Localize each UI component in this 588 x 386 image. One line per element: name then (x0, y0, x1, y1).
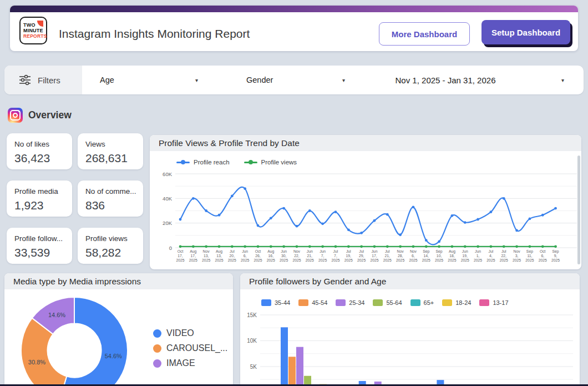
svg-text:Aug17,2025: Aug17,2025 (189, 249, 197, 262)
logo-line1: TWO (23, 22, 36, 28)
filters-sliders-icon (19, 74, 31, 86)
kpi-value: 58,282 (85, 246, 143, 259)
svg-text:Jul7,2025: Jul7,2025 (331, 249, 339, 262)
svg-text:Nov28,2025: Nov28,2025 (396, 249, 404, 262)
svg-text:Nov22,2025: Nov22,2025 (292, 249, 301, 262)
date-range-caret-icon[interactable]: ▾ (561, 66, 564, 94)
line-chart-card: Profile Views & Profile Trend by Date Pr… (150, 135, 581, 269)
svg-text:Jul19,2025: Jul19,2025 (344, 249, 353, 262)
bar-chart-body: 35-4445-5425-3455-6465+18-2413-17 5K10K1… (240, 289, 580, 386)
legend-label: 65+ (424, 299, 434, 306)
legend-marker (261, 299, 271, 306)
svg-text:Jun30,2025: Jun30,2025 (280, 249, 288, 262)
legend-item: 18-24 (442, 299, 471, 306)
kpi-card: Profile views58,282 (78, 228, 143, 264)
header-gradient-bar (10, 6, 578, 12)
donut-slice-label: 54.6% (105, 353, 122, 359)
dashboard-page: TWO MINUTE REPORTS Instagram Insights Mo… (0, 0, 588, 386)
svg-text:Nov3,2025: Nov3,2025 (513, 249, 521, 262)
legend-marker (479, 299, 489, 306)
age-filter-dropdown[interactable]: Age (100, 66, 114, 94)
filter-bar: Filters Age ▾ Gender ▾ Nov 1, 2025 - Jan… (4, 66, 584, 94)
kpi-value: 1,923 (14, 199, 72, 212)
line-chart-plot: 020K40K60KOct17,2025Aug17,2025Nov13,2025… (150, 151, 581, 269)
line-series-profile-views (179, 245, 557, 248)
legend-marker (336, 299, 346, 306)
age-caret-icon[interactable]: ▾ (195, 66, 198, 94)
date-range-dropdown[interactable]: Nov 1, 2025 - Jan 31, 2026 (368, 66, 523, 94)
chart-scrollbar[interactable] (577, 156, 580, 264)
svg-text:5K: 5K (250, 364, 257, 370)
legend-marker (153, 359, 161, 368)
filters-toggle[interactable]: Filters (4, 66, 82, 94)
svg-text:Jun7,2025: Jun7,2025 (318, 249, 327, 262)
donut-chart-legend: VIDEOCAROUSEL_...IMAGE (153, 328, 227, 368)
filters-label: Filters (38, 76, 60, 85)
legend-label: 25-34 (349, 299, 364, 306)
svg-text:Sep14,2025: Sep14,2025 (422, 249, 430, 262)
legend-marker (153, 344, 161, 353)
two-minute-reports-logo: TWO MINUTE REPORTS (19, 17, 47, 44)
bar-chart-title: Profile followers by Gender and Age (240, 273, 580, 289)
svg-text:15K: 15K (247, 312, 257, 318)
donut-slice-label: 30.8% (28, 359, 45, 365)
kpi-card: Profile media1,923 (7, 181, 72, 217)
svg-text:Sep11,2025: Sep11,2025 (525, 249, 534, 262)
bar-chart-grid: 5K10K15K (247, 312, 573, 380)
gender-filter-dropdown[interactable]: Gender (246, 66, 273, 94)
svg-text:Jun17,2025: Jun17,2025 (370, 249, 378, 262)
kpi-label: Profile views (85, 234, 143, 243)
legend-marker (442, 299, 452, 306)
svg-text:Aug16,2025: Aug16,2025 (267, 249, 275, 262)
kpi-card: Views268,631 (78, 133, 143, 169)
donut-chart-card: Media type by Media impressions 54.6%30.… (4, 273, 233, 386)
legend-marker (373, 299, 383, 306)
legend-label: 13-17 (493, 299, 508, 306)
legend-label: Profile views (261, 159, 297, 166)
kpi-card: Profile follow...33,539 (7, 228, 72, 264)
logo-line3: REPORTS (23, 33, 47, 39)
kpi-value: 36,423 (14, 152, 72, 165)
kpi-label: No of comme... (85, 187, 143, 195)
legend-label: Profile reach (194, 159, 230, 166)
line-chart-grid: 020K40K60K (163, 171, 577, 251)
kpi-card: No of comme...836 (78, 181, 143, 217)
donut-chart-body: 54.6%30.8%14.6% VIDEOCAROUSEL_...IMAGE (4, 289, 233, 386)
legend-label: IMAGE (166, 358, 195, 368)
svg-text:Jun21,2025: Jun21,2025 (306, 249, 314, 262)
legend-item: VIDEO (153, 328, 227, 338)
kpi-label: Profile media (14, 187, 72, 195)
line-series-profile-reach (179, 187, 557, 245)
legend-label: CAROUSEL_... (166, 343, 227, 353)
svg-text:Jun19,2025: Jun19,2025 (461, 249, 469, 262)
legend-label: 18-24 (455, 299, 471, 306)
svg-text:40K: 40K (163, 195, 173, 202)
legend-item: IMAGE (153, 358, 227, 368)
legend-item: 25-34 (336, 299, 364, 306)
legend-marker (244, 162, 257, 163)
legend-marker (153, 329, 161, 338)
svg-text:Jul21,2025: Jul21,2025 (383, 249, 392, 262)
legend-label: 45-54 (312, 299, 327, 306)
legend-item: Profile reach (176, 159, 230, 166)
line-chart-body: Profile reachProfile views 020K40K60KOct… (150, 151, 581, 269)
svg-text:Aug13,2025: Aug13,2025 (215, 249, 223, 262)
setup-dashboard-button[interactable]: Setup Dashboard (481, 20, 570, 44)
svg-text:Sep10,2025: Sep10,2025 (435, 249, 443, 262)
donut-chart-title: Media type by Media impressions (4, 273, 233, 289)
more-dashboard-button[interactable]: More Dashboard (379, 22, 470, 46)
svg-text:Jul29,2025: Jul29,2025 (357, 249, 366, 262)
legend-item: 45-54 (298, 299, 327, 306)
svg-text:Oct26,2025: Oct26,2025 (254, 249, 262, 262)
svg-text:Oct17,2025: Oct17,2025 (176, 249, 184, 262)
svg-text:Nov13,2025: Nov13,2025 (202, 249, 210, 262)
svg-text:Jun1,2025: Jun1,2025 (474, 249, 482, 262)
svg-text:Nov6,2025: Nov6,2025 (409, 249, 417, 262)
legend-item: 55-64 (373, 299, 402, 306)
page-title: Instagram Insights Monitoring Report (59, 19, 250, 49)
legend-item: CAROUSEL_... (153, 343, 227, 353)
svg-text:Sep9,2025: Sep9,2025 (551, 249, 560, 262)
logo-corner-shape (37, 21, 43, 27)
gender-caret-icon[interactable]: ▾ (342, 66, 345, 94)
legend-marker (176, 162, 190, 163)
